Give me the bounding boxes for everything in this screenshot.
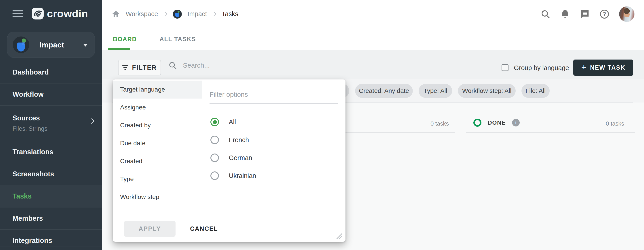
- crowdin-logo-icon: [31, 7, 44, 20]
- sidebar-item-tasks[interactable]: Tasks: [0, 185, 102, 207]
- filter-icon: [122, 65, 128, 71]
- search-input[interactable]: [183, 62, 277, 69]
- user-avatar[interactable]: [619, 6, 634, 22]
- search-icon: [168, 61, 177, 70]
- filter-category-assignee[interactable]: Assignee: [113, 99, 202, 116]
- sidebar-item-sources[interactable]: Sources Files, Strings: [0, 105, 102, 141]
- divider: [466, 132, 635, 133]
- resize-handle[interactable]: [336, 233, 342, 239]
- crowdin-wordmark: crowdin: [47, 8, 88, 20]
- breadcrumb: Workspace Impact Tasks: [112, 0, 238, 28]
- project-selector[interactable]: Impact: [7, 32, 95, 58]
- filter-options-input[interactable]: [210, 91, 338, 104]
- board-column-done-header: DONE i: [474, 119, 520, 127]
- breadcrumb-project[interactable]: Impact: [188, 10, 207, 18]
- group-by-language-label[interactable]: Group by language: [514, 64, 569, 72]
- sidebar: crowdin Impact Dashboard Workflow Source…: [0, 0, 102, 250]
- filter-category-workflow-step[interactable]: Workflow step: [113, 188, 202, 206]
- caret-down-icon: [83, 44, 88, 47]
- filter-dropdown: Target language Assignee Created by Due …: [113, 79, 346, 242]
- radio-option-ukrainian[interactable]: Ukrainian: [210, 171, 256, 181]
- group-by-language-checkbox[interactable]: [502, 64, 508, 71]
- filter-category-created-by[interactable]: Created by: [113, 116, 202, 134]
- plus-icon: +: [581, 63, 586, 72]
- sidebar-item-members[interactable]: Members: [0, 207, 102, 229]
- chevron-right-icon: [163, 12, 168, 16]
- tab-board[interactable]: BOARD: [113, 36, 137, 43]
- radio-option-all[interactable]: All: [210, 117, 236, 127]
- crowdin-logo[interactable]: crowdin: [31, 7, 88, 20]
- sidebar-item-sources-sublabel: Files, Strings: [12, 125, 102, 132]
- radio-option-german[interactable]: German: [210, 153, 252, 163]
- sidebar-item-integrations[interactable]: Integrations: [0, 229, 102, 250]
- view-tabs: BOARD ALL TASKS: [113, 28, 196, 50]
- cancel-button[interactable]: CANCEL: [190, 221, 218, 237]
- info-icon[interactable]: i: [512, 119, 520, 126]
- breadcrumb-project-avatar: [173, 10, 182, 19]
- divider: [112, 79, 633, 79]
- breadcrumb-current-page: Tasks: [222, 10, 238, 18]
- filter-category-type[interactable]: Type: [113, 170, 202, 188]
- radio-icon: [210, 171, 219, 180]
- filter-chip-file[interactable]: File: All: [522, 84, 550, 98]
- chevron-right-icon: [212, 12, 217, 16]
- filter-dropdown-footer: APPLY CANCEL: [113, 213, 346, 242]
- home-icon[interactable]: [112, 10, 120, 18]
- sidebar-item-screenshots[interactable]: Screenshots: [0, 163, 102, 185]
- filter-category-created[interactable]: Created: [113, 152, 202, 170]
- radio-option-french[interactable]: French: [210, 135, 249, 145]
- done-ring-icon: [474, 119, 482, 127]
- filter-category-due-date[interactable]: Due date: [113, 134, 202, 152]
- notifications-bell-icon[interactable]: [560, 9, 570, 19]
- tab-all-tasks[interactable]: ALL TASKS: [160, 36, 196, 43]
- breadcrumb-workspace[interactable]: Workspace: [126, 10, 158, 18]
- radio-icon: [210, 136, 219, 144]
- project-avatar: [13, 37, 29, 53]
- filter-options-panel: All French German Ukrainian: [202, 79, 346, 213]
- column-name: DONE: [488, 119, 506, 126]
- radio-selected-icon: [210, 118, 219, 126]
- sidebar-nav: Dashboard Workflow Sources Files, String…: [0, 61, 102, 250]
- header-actions: ?: [540, 0, 634, 28]
- column-task-count: 0 tasks: [606, 120, 624, 127]
- svg-text:?: ?: [603, 11, 606, 17]
- task-search: [168, 61, 277, 70]
- filter-category-target-language[interactable]: Target language: [113, 81, 202, 99]
- sidebar-item-translations[interactable]: Translations: [0, 141, 102, 163]
- new-task-button[interactable]: + NEW TASK: [573, 60, 633, 76]
- apply-button[interactable]: APPLY: [124, 221, 176, 237]
- filter-chip-type[interactable]: Type: All: [418, 84, 452, 98]
- sidebar-item-workflow[interactable]: Workflow: [0, 83, 102, 105]
- active-tab-indicator: [108, 48, 130, 50]
- radio-icon: [210, 154, 219, 162]
- hamburger-menu-icon[interactable]: [12, 10, 23, 18]
- column-task-count: 0 tasks: [430, 120, 449, 127]
- filter-category-list: Target language Assignee Created by Due …: [113, 79, 202, 213]
- divider: [0, 246, 102, 246]
- project-name: Impact: [40, 41, 64, 49]
- search-icon[interactable]: [540, 9, 550, 19]
- help-icon[interactable]: ?: [599, 9, 610, 19]
- filter-chip-workflow-step[interactable]: Workflow step: All: [458, 84, 516, 98]
- filter-chip-created[interactable]: Created: Any date: [355, 84, 413, 98]
- filter-button[interactable]: FILTER: [118, 60, 161, 75]
- sidebar-item-dashboard[interactable]: Dashboard: [0, 61, 102, 83]
- messages-icon[interactable]: [580, 9, 590, 19]
